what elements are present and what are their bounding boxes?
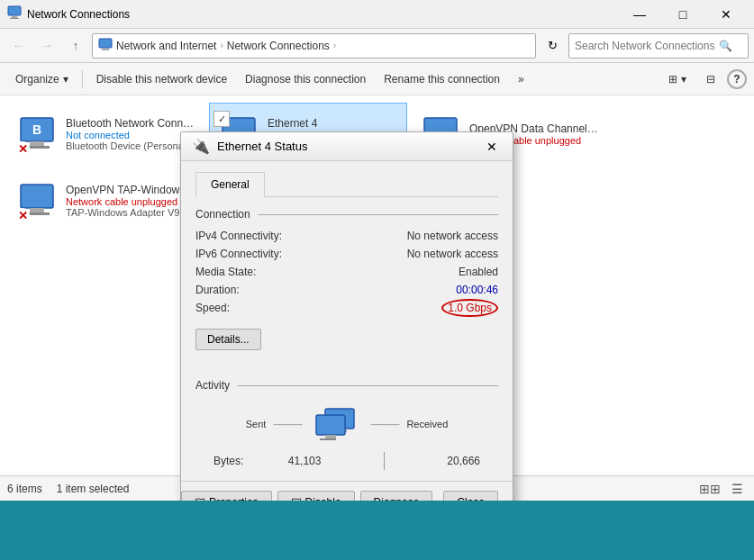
- ipv6-value: No network access: [407, 248, 498, 260]
- speed-value: 1.0 Gbps: [441, 302, 498, 314]
- breadcrumb-sep-2: ›: [333, 41, 336, 50]
- dialog-close-button[interactable]: ✕: [482, 137, 502, 157]
- duration-value: 00:00:46: [456, 284, 498, 296]
- organize-button[interactable]: Organize ▾: [7, 67, 77, 92]
- bytes-received: 20,666: [447, 455, 480, 467]
- bytes-sent: 41,103: [288, 455, 322, 467]
- svg-rect-1: [12, 16, 17, 18]
- bytes-label: Bytes:: [213, 455, 243, 467]
- search-box: 🔍: [568, 33, 749, 59]
- dialog-overlay: 🔌 Ethernet 4 Status ✕ General Connection…: [0, 95, 754, 501]
- back-button[interactable]: ←: [5, 33, 31, 59]
- ipv4-row: IPv4 Connectivity: No network access: [195, 230, 498, 242]
- disable-network-button[interactable]: Disable this network device: [88, 67, 235, 92]
- app-icon: [7, 5, 22, 23]
- ipv6-row: IPv6 Connectivity: No network access: [195, 248, 498, 260]
- svg-rect-3: [99, 39, 112, 48]
- dialog-title: Ethernet 4 Status: [217, 140, 482, 153]
- close-dialog-button[interactable]: Close: [443, 491, 498, 501]
- close-button[interactable]: ✕: [705, 0, 747, 29]
- sent-label: Sent: [246, 419, 267, 429]
- activity-section: Activity Sent ——: [195, 379, 498, 470]
- dialog-title-bar: 🔌 Ethernet 4 Status ✕: [181, 132, 513, 161]
- shield-icon-2: 🛡: [291, 496, 302, 501]
- media-state-label: Media State:: [195, 266, 256, 278]
- svg-rect-26: [325, 435, 336, 438]
- connection-section-header: Connection: [195, 208, 498, 221]
- toolbar-separator-1: [82, 70, 83, 88]
- window-controls: — □ ✕: [619, 0, 747, 29]
- received-label: Received: [406, 419, 448, 429]
- view-options-button[interactable]: ⊞ ▾: [660, 67, 695, 92]
- maximize-button[interactable]: □: [662, 0, 704, 29]
- title-bar: Network Connections — □ ✕: [0, 0, 754, 29]
- window-title: Network Connections: [27, 8, 619, 21]
- up-button[interactable]: ↑: [63, 33, 88, 59]
- ipv6-label: IPv6 Connectivity:: [195, 248, 282, 260]
- toolbar: Organize ▾ Disable this network device D…: [0, 63, 754, 95]
- svg-rect-0: [8, 6, 21, 15]
- breadcrumb-icon: [98, 37, 113, 54]
- bytes-row: Bytes: 41,103 20,666: [195, 452, 498, 470]
- breadcrumb-network-connections[interactable]: Network Connections: [227, 40, 330, 52]
- bytes-separator: [384, 452, 385, 470]
- network-computers-icon: [309, 404, 363, 443]
- breadcrumb-sep-1: ›: [220, 41, 223, 50]
- sent-dash: ——: [273, 416, 302, 432]
- dialog-body: General Connection IPv4 Connectivity: No…: [181, 161, 513, 481]
- search-input[interactable]: [575, 40, 719, 52]
- breadcrumb: Network and Internet › Network Connectio…: [92, 33, 536, 59]
- duration-row: Duration: 00:00:46: [195, 284, 498, 296]
- disable-button[interactable]: 🛡 Disable: [277, 491, 355, 501]
- received-dash: ——: [370, 416, 399, 432]
- refresh-button[interactable]: ↻: [540, 33, 565, 59]
- dialog-icon: 🔌: [192, 138, 210, 155]
- dialog-footer: 🛡 Properties 🛡 Disable Diagnose Close: [181, 481, 513, 501]
- svg-rect-2: [10, 18, 19, 19]
- diagnose-button[interactable]: Diagnose: [360, 491, 433, 501]
- media-state-value: Enabled: [459, 266, 498, 278]
- diagnose-connection-button[interactable]: Diagnose this connection: [237, 67, 374, 92]
- breadcrumb-network-internet[interactable]: Network and Internet: [116, 40, 216, 52]
- address-bar: ← → ↑ Network and Internet › Network Con…: [0, 29, 754, 63]
- properties-button[interactable]: 🛡 Properties: [181, 491, 272, 501]
- minimize-button[interactable]: —: [619, 0, 660, 29]
- activity-section-header: Activity: [195, 379, 498, 392]
- forward-button[interactable]: →: [34, 33, 59, 59]
- main-content: B ✕ Bluetooth Network Connection Not con…: [0, 95, 754, 501]
- speed-row: Speed: 1.0 Gbps: [195, 302, 498, 314]
- speed-label: Speed:: [195, 302, 230, 314]
- change-view-button[interactable]: ⊟: [698, 67, 723, 92]
- details-button[interactable]: Details...: [195, 329, 261, 350]
- svg-rect-4: [102, 49, 109, 50]
- help-button[interactable]: ?: [727, 69, 747, 89]
- duration-label: Duration:: [195, 284, 240, 296]
- svg-rect-25: [316, 415, 345, 435]
- tab-general[interactable]: General: [195, 172, 265, 197]
- speed-circled: 1.0 Gbps: [441, 299, 498, 317]
- search-icon: 🔍: [719, 40, 732, 52]
- ipv4-label: IPv4 Connectivity:: [195, 230, 282, 242]
- activity-icons-row: Sent ——: [195, 404, 498, 443]
- tab-bar: General: [195, 172, 498, 197]
- ethernet-status-dialog: 🔌 Ethernet 4 Status ✕ General Connection…: [180, 131, 513, 501]
- shield-icon: 🛡: [195, 496, 205, 501]
- ipv4-value: No network access: [407, 230, 498, 242]
- media-state-row: Media State: Enabled: [195, 266, 498, 278]
- svg-rect-27: [320, 438, 336, 440]
- rename-connection-button[interactable]: Rename this connection: [376, 67, 508, 92]
- overflow-button[interactable]: »: [510, 67, 532, 92]
